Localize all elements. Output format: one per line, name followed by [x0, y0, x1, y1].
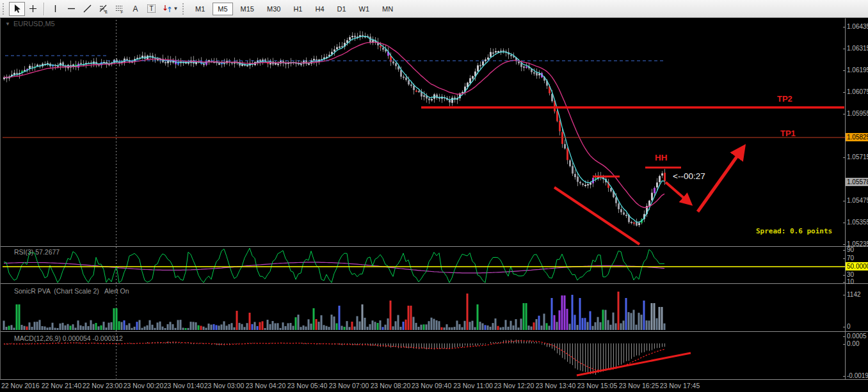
toolbar-grip[interactable] [182, 3, 186, 15]
chevron-down-icon: ▼ [173, 6, 179, 12]
time-axis-label: 22 Nov 21:40 [42, 382, 81, 389]
svg-text:F: F [121, 10, 124, 14]
time-axis-label: 23 Nov 09:40 [412, 382, 451, 389]
timeframe-group: M1M5M15M30H1H4D1W1MN [189, 3, 399, 15]
price-axis-label: 1.06435 [847, 23, 868, 30]
volume-axis-label: 0 [847, 323, 868, 330]
tp2-annotation: TP2 [777, 94, 792, 104]
axis-tick [843, 70, 846, 71]
main-chart-area[interactable] [3, 19, 845, 246]
channels-icon: F [115, 4, 124, 13]
macd-panel-area[interactable] [3, 332, 845, 379]
trend-line-icon [83, 4, 92, 13]
candle-timer-annotation: <--00:27 [673, 171, 705, 181]
timeframe-button-h1[interactable]: H1 [288, 3, 307, 15]
time-axis-label: 23 Nov 00:20 [124, 382, 163, 389]
toolbar: E F A T ▼ M1M5M15M30H1H4D1W1MN [0, 0, 868, 18]
axis-tick [843, 327, 846, 327]
text-tool-icon: A [133, 4, 138, 13]
toolbar-separator [44, 3, 45, 15]
axis-tick [843, 49, 846, 49]
axis-tick [843, 275, 846, 276]
time-axis-label: 22 Nov 2016 [1, 382, 40, 389]
time-axis-label: 23 Nov 12:20 [494, 382, 534, 389]
timeframe-button-m5[interactable]: M5 [213, 3, 232, 15]
timeframe-button-w1[interactable]: W1 [354, 3, 375, 15]
horizontal-line-icon [67, 4, 76, 13]
timeframe-button-h4[interactable]: H4 [310, 3, 329, 15]
time-axis-label: 23 Nov 03:00 [204, 382, 244, 389]
time-axis-label: 23 Nov 04:20 [246, 382, 285, 389]
price-axis-label: 1.05475 [847, 197, 868, 204]
svg-text:E: E [105, 10, 108, 14]
macd-axis-label: 0.0005 [847, 333, 868, 340]
fibonacci-tool-button[interactable]: E [95, 2, 111, 16]
price-marker-box: 1.05578 [846, 178, 868, 186]
volume-axis-label: 1142 [847, 291, 868, 298]
time-axis-label: 23 Nov 16:25 [619, 382, 659, 389]
price-marker-box: 50.0000 [846, 262, 868, 270]
price-axis-label: 1.06195 [847, 67, 868, 74]
time-axis-label: 23 Nov 15:05 [577, 382, 617, 389]
time-axis: 22 Nov 201622 Nov 21:4022 Nov 23:0023 No… [0, 380, 868, 392]
price-axis: 1.064351.063151.061951.060751.059551.057… [846, 0, 868, 392]
rsi-axis-label: 70 [847, 255, 868, 262]
rsi-axis-label: 30 [847, 271, 868, 278]
axis-tick [843, 27, 846, 27]
price-axis-label: 1.05355 [847, 219, 868, 226]
arrows-icon [163, 4, 173, 13]
timeframe-button-d1[interactable]: D1 [332, 3, 351, 15]
crosshair-tool-button[interactable] [25, 2, 41, 16]
timeframe-button-mn[interactable]: MN [377, 3, 398, 15]
time-axis-label: 23 Nov 17:45 [660, 382, 700, 389]
time-axis-label: 22 Nov 23:00 [83, 382, 122, 389]
text-label-icon: T [147, 4, 155, 13]
axis-tick [843, 295, 846, 295]
time-axis-label: 23 Nov 13:40 [536, 382, 575, 389]
arrows-tool-button[interactable]: ▼ [159, 2, 181, 16]
mt4-window: E F A T ▼ M1M5M15M30H1H4D1W1MN ▼ EURUSD,… [0, 0, 868, 392]
text-tool-button[interactable]: A [127, 2, 143, 16]
axis-tick [843, 201, 846, 201]
timeframe-button-m15[interactable]: M15 [236, 3, 259, 15]
cursor-tool-button[interactable] [9, 2, 25, 16]
macd-axis-label: 0.00 [847, 340, 868, 347]
vertical-line-icon [51, 4, 60, 13]
axis-tick [843, 250, 846, 251]
price-marker-box: 1.05825 [846, 133, 868, 141]
text-label-tool-button[interactable]: T [143, 2, 159, 16]
price-axis-label: 1.06315 [847, 45, 868, 52]
rsi-axis-label: 10 [847, 278, 868, 285]
macd-axis-label: -0.0019 [847, 372, 868, 379]
spread-label: Spread: 0.6 points [756, 227, 832, 235]
channels-tool-button[interactable]: F [111, 2, 127, 16]
trend-line-tool-button[interactable] [79, 2, 95, 16]
horizontal-line-tool-button[interactable] [63, 2, 79, 16]
rsi-panel-area[interactable] [3, 247, 845, 283]
hh-annotation: HH [655, 153, 668, 162]
axis-tick [843, 344, 846, 345]
axis-tick [843, 157, 846, 158]
axis-tick [843, 282, 846, 283]
vertical-line-tool-button[interactable] [47, 2, 63, 16]
toolbar-grip[interactable] [3, 3, 6, 15]
fibonacci-icon: E [99, 4, 108, 13]
volume-indicator-label: SonicR PVA (Chart Scale 2) Alert On [14, 287, 129, 295]
axis-tick [843, 336, 846, 337]
time-axis-label: 23 Nov 08:20 [371, 382, 410, 389]
price-axis-label: 1.06075 [847, 88, 868, 95]
macd-indicator-label: MACD(12,26,9) 0.000054 -0.000312 [14, 334, 123, 342]
price-axis-label: 1.05715 [847, 153, 868, 161]
time-axis-label: 23 Nov 05:40 [287, 382, 327, 389]
axis-tick [843, 223, 846, 223]
axis-tick [843, 92, 846, 93]
chevron-down-icon: ▼ [5, 21, 10, 27]
crosshair-icon [28, 4, 38, 13]
symbol-title[interactable]: ▼ EURUSD,M5 [5, 20, 55, 27]
axis-tick [843, 244, 846, 245]
rsi-indicator-label: RSI(3) 57.2677 [14, 248, 60, 256]
timeframe-button-m30[interactable]: M30 [262, 3, 285, 15]
rsi-axis-label: 90 [847, 246, 868, 253]
timeframe-button-m1[interactable]: M1 [190, 3, 210, 15]
axis-tick [843, 376, 846, 377]
